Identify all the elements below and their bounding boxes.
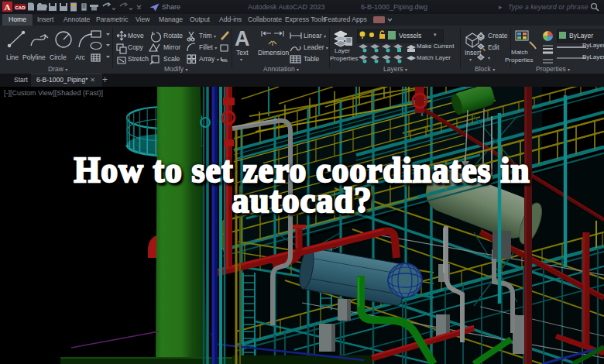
svg-text:A: A — [5, 2, 11, 12]
svg-text:CAD: CAD — [15, 5, 26, 10]
